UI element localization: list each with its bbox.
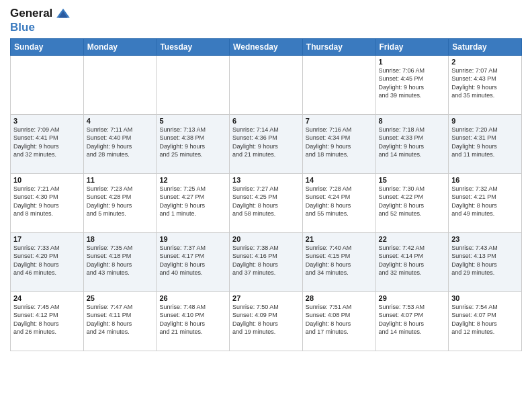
day-number: 21 xyxy=(306,235,373,243)
calendar-day-cell: 13Sunrise: 7:27 AM Sunset: 4:25 PM Dayli… xyxy=(230,173,303,232)
day-info: Sunrise: 7:48 AM Sunset: 4:10 PM Dayligh… xyxy=(159,303,226,336)
day-number: 10 xyxy=(13,176,81,184)
day-number: 2 xyxy=(451,58,519,66)
day-info: Sunrise: 7:07 AM Sunset: 4:43 PM Dayligh… xyxy=(451,66,519,100)
day-info: Sunrise: 7:38 AM Sunset: 4:16 PM Dayligh… xyxy=(232,244,300,277)
day-number: 28 xyxy=(306,294,373,302)
day-info: Sunrise: 7:33 AM Sunset: 4:20 PM Dayligh… xyxy=(13,244,81,277)
day-info: Sunrise: 7:51 AM Sunset: 4:08 PM Dayligh… xyxy=(306,303,373,336)
day-info: Sunrise: 7:23 AM Sunset: 4:28 PM Dayligh… xyxy=(87,185,154,218)
day-info: Sunrise: 7:18 AM Sunset: 4:33 PM Dayligh… xyxy=(379,126,446,159)
calendar-week-row: 1Sunrise: 7:06 AM Sunset: 4:45 PM Daylig… xyxy=(11,55,522,114)
page-container: General Blue SundayMondayTuesdayWednesda… xyxy=(0,0,532,355)
page-header: General Blue xyxy=(10,7,522,34)
calendar-day-cell: 18Sunrise: 7:35 AM Sunset: 4:18 PM Dayli… xyxy=(83,232,157,291)
calendar-day-cell: 20Sunrise: 7:38 AM Sunset: 4:16 PM Dayli… xyxy=(230,232,303,291)
day-info: Sunrise: 7:25 AM Sunset: 4:27 PM Dayligh… xyxy=(159,185,226,218)
day-number: 26 xyxy=(159,294,226,302)
day-info: Sunrise: 7:30 AM Sunset: 4:22 PM Dayligh… xyxy=(379,185,446,218)
calendar-day-cell: 1Sunrise: 7:06 AM Sunset: 4:45 PM Daylig… xyxy=(375,55,449,114)
weekday-header: Sunday xyxy=(11,38,84,55)
calendar-day-cell xyxy=(83,55,157,114)
calendar-week-row: 3Sunrise: 7:09 AM Sunset: 4:41 PM Daylig… xyxy=(11,114,522,173)
day-number: 14 xyxy=(306,176,373,184)
calendar-day-cell: 14Sunrise: 7:28 AM Sunset: 4:24 PM Dayli… xyxy=(302,173,375,232)
day-info: Sunrise: 7:09 AM Sunset: 4:41 PM Dayligh… xyxy=(13,126,81,159)
calendar-header-row: SundayMondayTuesdayWednesdayThursdayFrid… xyxy=(11,38,522,55)
calendar-week-row: 10Sunrise: 7:21 AM Sunset: 4:30 PM Dayli… xyxy=(11,173,522,232)
day-number: 3 xyxy=(13,117,81,125)
day-info: Sunrise: 7:06 AM Sunset: 4:45 PM Dayligh… xyxy=(379,66,446,100)
weekday-header: Monday xyxy=(83,38,157,55)
weekday-header: Saturday xyxy=(449,38,522,55)
day-number: 5 xyxy=(159,117,226,125)
day-number: 7 xyxy=(306,117,373,125)
calendar-day-cell: 2Sunrise: 7:07 AM Sunset: 4:43 PM Daylig… xyxy=(449,55,522,114)
calendar-day-cell: 28Sunrise: 7:51 AM Sunset: 4:08 PM Dayli… xyxy=(302,291,375,351)
calendar-day-cell: 16Sunrise: 7:32 AM Sunset: 4:21 PM Dayli… xyxy=(449,173,522,232)
day-number: 4 xyxy=(87,117,154,125)
day-number: 12 xyxy=(159,176,226,184)
day-info: Sunrise: 7:32 AM Sunset: 4:21 PM Dayligh… xyxy=(451,185,519,218)
day-number: 23 xyxy=(451,235,519,243)
day-number: 11 xyxy=(87,176,154,184)
logo-line1: General xyxy=(10,7,71,21)
calendar-day-cell: 30Sunrise: 7:54 AM Sunset: 4:07 PM Dayli… xyxy=(449,291,522,351)
logo-line2: Blue xyxy=(10,21,71,34)
day-info: Sunrise: 7:53 AM Sunset: 4:07 PM Dayligh… xyxy=(379,303,446,336)
day-info: Sunrise: 7:27 AM Sunset: 4:25 PM Dayligh… xyxy=(232,185,300,218)
day-number: 16 xyxy=(451,176,519,184)
weekday-header: Tuesday xyxy=(157,38,230,55)
day-number: 9 xyxy=(451,117,519,125)
day-info: Sunrise: 7:37 AM Sunset: 4:17 PM Dayligh… xyxy=(159,244,226,277)
calendar-day-cell xyxy=(302,55,375,114)
calendar-day-cell xyxy=(11,55,84,114)
calendar-day-cell: 12Sunrise: 7:25 AM Sunset: 4:27 PM Dayli… xyxy=(157,173,230,232)
calendar-day-cell: 11Sunrise: 7:23 AM Sunset: 4:28 PM Dayli… xyxy=(83,173,157,232)
calendar-day-cell: 5Sunrise: 7:13 AM Sunset: 4:38 PM Daylig… xyxy=(157,114,230,173)
calendar-day-cell: 27Sunrise: 7:50 AM Sunset: 4:09 PM Dayli… xyxy=(230,291,303,351)
calendar-day-cell: 7Sunrise: 7:16 AM Sunset: 4:34 PM Daylig… xyxy=(302,114,375,173)
calendar-day-cell: 9Sunrise: 7:20 AM Sunset: 4:31 PM Daylig… xyxy=(449,114,522,173)
day-number: 15 xyxy=(379,176,446,184)
calendar-week-row: 17Sunrise: 7:33 AM Sunset: 4:20 PM Dayli… xyxy=(11,232,522,291)
day-number: 6 xyxy=(232,117,300,125)
day-number: 8 xyxy=(379,117,446,125)
calendar-day-cell: 22Sunrise: 7:42 AM Sunset: 4:14 PM Dayli… xyxy=(375,232,449,291)
calendar-day-cell: 23Sunrise: 7:43 AM Sunset: 4:13 PM Dayli… xyxy=(449,232,522,291)
calendar-day-cell: 19Sunrise: 7:37 AM Sunset: 4:17 PM Dayli… xyxy=(157,232,230,291)
day-info: Sunrise: 7:16 AM Sunset: 4:34 PM Dayligh… xyxy=(306,126,373,159)
day-info: Sunrise: 7:42 AM Sunset: 4:14 PM Dayligh… xyxy=(379,244,446,277)
calendar-day-cell: 3Sunrise: 7:09 AM Sunset: 4:41 PM Daylig… xyxy=(11,114,84,173)
weekday-header: Wednesday xyxy=(230,38,303,55)
day-info: Sunrise: 7:11 AM Sunset: 4:40 PM Dayligh… xyxy=(87,126,154,159)
calendar-day-cell xyxy=(230,55,303,114)
calendar-day-cell: 24Sunrise: 7:45 AM Sunset: 4:12 PM Dayli… xyxy=(11,291,84,351)
calendar-day-cell: 8Sunrise: 7:18 AM Sunset: 4:33 PM Daylig… xyxy=(375,114,449,173)
day-number: 29 xyxy=(379,294,446,302)
day-info: Sunrise: 7:50 AM Sunset: 4:09 PM Dayligh… xyxy=(232,303,300,336)
day-number: 30 xyxy=(451,294,519,302)
day-number: 18 xyxy=(87,235,154,243)
day-number: 17 xyxy=(13,235,81,243)
calendar-day-cell: 29Sunrise: 7:53 AM Sunset: 4:07 PM Dayli… xyxy=(375,291,449,351)
logo: General Blue xyxy=(10,7,71,34)
day-number: 24 xyxy=(13,294,81,302)
calendar-day-cell xyxy=(157,55,230,114)
day-info: Sunrise: 7:35 AM Sunset: 4:18 PM Dayligh… xyxy=(87,244,154,277)
day-number: 22 xyxy=(379,235,446,243)
day-number: 1 xyxy=(379,58,446,66)
day-info: Sunrise: 7:20 AM Sunset: 4:31 PM Dayligh… xyxy=(451,126,519,159)
calendar-day-cell: 10Sunrise: 7:21 AM Sunset: 4:30 PM Dayli… xyxy=(11,173,84,232)
day-number: 19 xyxy=(159,235,226,243)
day-info: Sunrise: 7:40 AM Sunset: 4:15 PM Dayligh… xyxy=(306,244,373,277)
day-info: Sunrise: 7:14 AM Sunset: 4:36 PM Dayligh… xyxy=(232,126,300,159)
day-info: Sunrise: 7:28 AM Sunset: 4:24 PM Dayligh… xyxy=(306,185,373,218)
calendar-day-cell: 25Sunrise: 7:47 AM Sunset: 4:11 PM Dayli… xyxy=(83,291,157,351)
weekday-header: Friday xyxy=(375,38,449,55)
calendar-week-row: 24Sunrise: 7:45 AM Sunset: 4:12 PM Dayli… xyxy=(11,291,522,351)
logo-icon xyxy=(56,7,71,21)
calendar-day-cell: 4Sunrise: 7:11 AM Sunset: 4:40 PM Daylig… xyxy=(83,114,157,173)
day-info: Sunrise: 7:45 AM Sunset: 4:12 PM Dayligh… xyxy=(13,303,81,336)
day-info: Sunrise: 7:21 AM Sunset: 4:30 PM Dayligh… xyxy=(13,185,81,218)
